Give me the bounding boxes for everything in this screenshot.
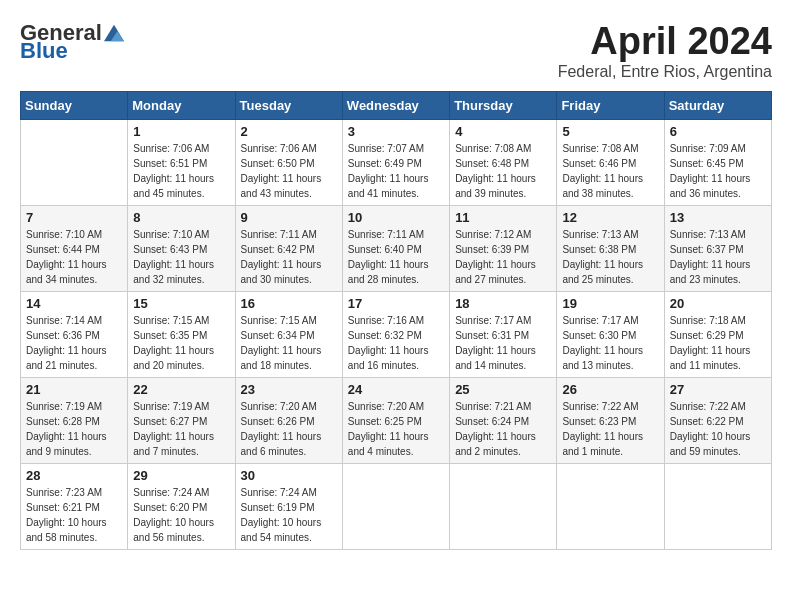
day-number: 25 (455, 382, 551, 397)
day-number: 19 (562, 296, 658, 311)
logo: General Blue (20, 20, 124, 64)
day-info: Sunrise: 7:10 AMSunset: 6:43 PMDaylight:… (133, 227, 229, 287)
calendar-cell: 20Sunrise: 7:18 AMSunset: 6:29 PMDayligh… (664, 292, 771, 378)
calendar-cell: 6Sunrise: 7:09 AMSunset: 6:45 PMDaylight… (664, 120, 771, 206)
day-info: Sunrise: 7:08 AMSunset: 6:46 PMDaylight:… (562, 141, 658, 201)
day-info: Sunrise: 7:22 AMSunset: 6:23 PMDaylight:… (562, 399, 658, 459)
calendar-cell: 5Sunrise: 7:08 AMSunset: 6:46 PMDaylight… (557, 120, 664, 206)
day-info: Sunrise: 7:19 AMSunset: 6:28 PMDaylight:… (26, 399, 122, 459)
calendar-cell: 24Sunrise: 7:20 AMSunset: 6:25 PMDayligh… (342, 378, 449, 464)
day-info: Sunrise: 7:21 AMSunset: 6:24 PMDaylight:… (455, 399, 551, 459)
day-number: 9 (241, 210, 337, 225)
day-info: Sunrise: 7:07 AMSunset: 6:49 PMDaylight:… (348, 141, 444, 201)
day-info: Sunrise: 7:13 AMSunset: 6:37 PMDaylight:… (670, 227, 766, 287)
logo-icon (104, 23, 124, 43)
calendar-table: SundayMondayTuesdayWednesdayThursdayFrid… (20, 91, 772, 550)
calendar-week-row: 1Sunrise: 7:06 AMSunset: 6:51 PMDaylight… (21, 120, 772, 206)
day-info: Sunrise: 7:11 AMSunset: 6:40 PMDaylight:… (348, 227, 444, 287)
day-number: 12 (562, 210, 658, 225)
calendar-cell: 26Sunrise: 7:22 AMSunset: 6:23 PMDayligh… (557, 378, 664, 464)
calendar-cell: 13Sunrise: 7:13 AMSunset: 6:37 PMDayligh… (664, 206, 771, 292)
calendar-cell: 19Sunrise: 7:17 AMSunset: 6:30 PMDayligh… (557, 292, 664, 378)
day-info: Sunrise: 7:19 AMSunset: 6:27 PMDaylight:… (133, 399, 229, 459)
month-title: April 2024 (558, 20, 772, 63)
page-header: General Blue April 2024 Federal, Entre R… (20, 20, 772, 81)
day-info: Sunrise: 7:17 AMSunset: 6:31 PMDaylight:… (455, 313, 551, 373)
calendar-week-row: 7Sunrise: 7:10 AMSunset: 6:44 PMDaylight… (21, 206, 772, 292)
day-number: 27 (670, 382, 766, 397)
day-number: 3 (348, 124, 444, 139)
day-info: Sunrise: 7:18 AMSunset: 6:29 PMDaylight:… (670, 313, 766, 373)
day-info: Sunrise: 7:15 AMSunset: 6:35 PMDaylight:… (133, 313, 229, 373)
day-number: 23 (241, 382, 337, 397)
day-number: 22 (133, 382, 229, 397)
day-info: Sunrise: 7:15 AMSunset: 6:34 PMDaylight:… (241, 313, 337, 373)
day-info: Sunrise: 7:22 AMSunset: 6:22 PMDaylight:… (670, 399, 766, 459)
day-number: 30 (241, 468, 337, 483)
header-friday: Friday (557, 92, 664, 120)
calendar-week-row: 28Sunrise: 7:23 AMSunset: 6:21 PMDayligh… (21, 464, 772, 550)
calendar-cell: 4Sunrise: 7:08 AMSunset: 6:48 PMDaylight… (450, 120, 557, 206)
calendar-cell (450, 464, 557, 550)
header-sunday: Sunday (21, 92, 128, 120)
calendar-cell: 2Sunrise: 7:06 AMSunset: 6:50 PMDaylight… (235, 120, 342, 206)
calendar-cell: 22Sunrise: 7:19 AMSunset: 6:27 PMDayligh… (128, 378, 235, 464)
calendar-cell: 30Sunrise: 7:24 AMSunset: 6:19 PMDayligh… (235, 464, 342, 550)
day-info: Sunrise: 7:06 AMSunset: 6:50 PMDaylight:… (241, 141, 337, 201)
location-subtitle: Federal, Entre Rios, Argentina (558, 63, 772, 81)
day-info: Sunrise: 7:06 AMSunset: 6:51 PMDaylight:… (133, 141, 229, 201)
calendar-cell: 23Sunrise: 7:20 AMSunset: 6:26 PMDayligh… (235, 378, 342, 464)
day-info: Sunrise: 7:12 AMSunset: 6:39 PMDaylight:… (455, 227, 551, 287)
day-info: Sunrise: 7:08 AMSunset: 6:48 PMDaylight:… (455, 141, 551, 201)
day-number: 13 (670, 210, 766, 225)
day-info: Sunrise: 7:20 AMSunset: 6:26 PMDaylight:… (241, 399, 337, 459)
calendar-cell: 29Sunrise: 7:24 AMSunset: 6:20 PMDayligh… (128, 464, 235, 550)
calendar-week-row: 14Sunrise: 7:14 AMSunset: 6:36 PMDayligh… (21, 292, 772, 378)
day-info: Sunrise: 7:11 AMSunset: 6:42 PMDaylight:… (241, 227, 337, 287)
day-info: Sunrise: 7:23 AMSunset: 6:21 PMDaylight:… (26, 485, 122, 545)
calendar-cell (342, 464, 449, 550)
day-number: 24 (348, 382, 444, 397)
calendar-cell: 18Sunrise: 7:17 AMSunset: 6:31 PMDayligh… (450, 292, 557, 378)
calendar-cell: 3Sunrise: 7:07 AMSunset: 6:49 PMDaylight… (342, 120, 449, 206)
calendar-cell: 28Sunrise: 7:23 AMSunset: 6:21 PMDayligh… (21, 464, 128, 550)
calendar-cell: 15Sunrise: 7:15 AMSunset: 6:35 PMDayligh… (128, 292, 235, 378)
day-number: 11 (455, 210, 551, 225)
calendar-cell: 9Sunrise: 7:11 AMSunset: 6:42 PMDaylight… (235, 206, 342, 292)
day-number: 15 (133, 296, 229, 311)
day-info: Sunrise: 7:13 AMSunset: 6:38 PMDaylight:… (562, 227, 658, 287)
day-info: Sunrise: 7:20 AMSunset: 6:25 PMDaylight:… (348, 399, 444, 459)
day-info: Sunrise: 7:10 AMSunset: 6:44 PMDaylight:… (26, 227, 122, 287)
header-tuesday: Tuesday (235, 92, 342, 120)
day-info: Sunrise: 7:09 AMSunset: 6:45 PMDaylight:… (670, 141, 766, 201)
calendar-header-row: SundayMondayTuesdayWednesdayThursdayFrid… (21, 92, 772, 120)
header-wednesday: Wednesday (342, 92, 449, 120)
day-number: 29 (133, 468, 229, 483)
title-area: April 2024 Federal, Entre Rios, Argentin… (558, 20, 772, 81)
calendar-cell: 7Sunrise: 7:10 AMSunset: 6:44 PMDaylight… (21, 206, 128, 292)
calendar-cell: 25Sunrise: 7:21 AMSunset: 6:24 PMDayligh… (450, 378, 557, 464)
day-info: Sunrise: 7:17 AMSunset: 6:30 PMDaylight:… (562, 313, 658, 373)
day-info: Sunrise: 7:24 AMSunset: 6:20 PMDaylight:… (133, 485, 229, 545)
calendar-cell: 10Sunrise: 7:11 AMSunset: 6:40 PMDayligh… (342, 206, 449, 292)
calendar-cell: 12Sunrise: 7:13 AMSunset: 6:38 PMDayligh… (557, 206, 664, 292)
day-number: 14 (26, 296, 122, 311)
calendar-cell: 11Sunrise: 7:12 AMSunset: 6:39 PMDayligh… (450, 206, 557, 292)
header-thursday: Thursday (450, 92, 557, 120)
day-number: 2 (241, 124, 337, 139)
calendar-cell: 16Sunrise: 7:15 AMSunset: 6:34 PMDayligh… (235, 292, 342, 378)
day-number: 4 (455, 124, 551, 139)
calendar-cell: 14Sunrise: 7:14 AMSunset: 6:36 PMDayligh… (21, 292, 128, 378)
calendar-week-row: 21Sunrise: 7:19 AMSunset: 6:28 PMDayligh… (21, 378, 772, 464)
calendar-cell: 8Sunrise: 7:10 AMSunset: 6:43 PMDaylight… (128, 206, 235, 292)
day-number: 6 (670, 124, 766, 139)
calendar-cell: 17Sunrise: 7:16 AMSunset: 6:32 PMDayligh… (342, 292, 449, 378)
day-number: 8 (133, 210, 229, 225)
day-number: 20 (670, 296, 766, 311)
day-number: 18 (455, 296, 551, 311)
calendar-cell: 21Sunrise: 7:19 AMSunset: 6:28 PMDayligh… (21, 378, 128, 464)
calendar-cell: 1Sunrise: 7:06 AMSunset: 6:51 PMDaylight… (128, 120, 235, 206)
day-number: 10 (348, 210, 444, 225)
day-number: 16 (241, 296, 337, 311)
day-number: 26 (562, 382, 658, 397)
